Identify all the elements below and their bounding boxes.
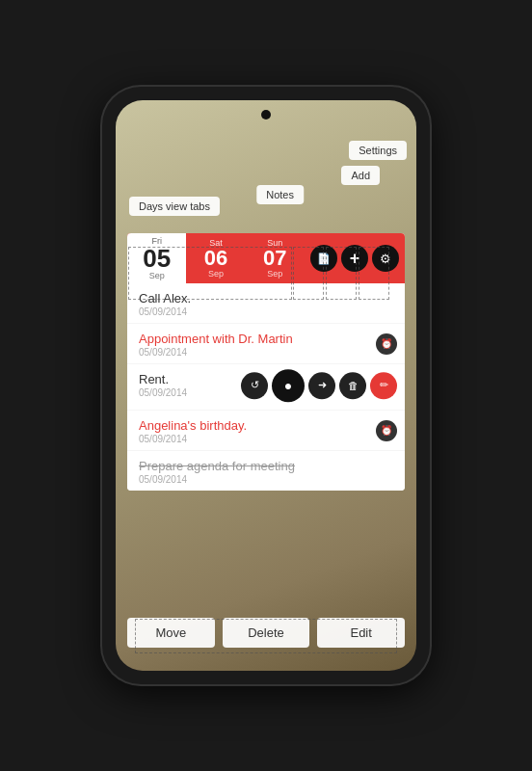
day-name-sat: Sat bbox=[209, 238, 223, 248]
repeat-icon[interactable]: ↺ bbox=[241, 372, 268, 399]
task-actions-4: ⏰ bbox=[376, 420, 397, 441]
day-tab-sat[interactable]: Sat 06 Sep bbox=[186, 233, 245, 283]
settings-icon-btn[interactable]: ⚙ bbox=[372, 245, 399, 272]
month-fri: Sep bbox=[149, 271, 165, 280]
calendar-card: Fri 05 Sep Sat 06 Sep Sun 07 Sep bbox=[127, 233, 405, 491]
tooltip-add-label: Add bbox=[351, 170, 370, 181]
task-actions-2: ⏰ bbox=[376, 333, 397, 355]
forward-icon[interactable]: ➜ bbox=[308, 372, 335, 399]
phone-topbar bbox=[116, 100, 416, 129]
task-title-4: Angelina's birthday. bbox=[139, 418, 370, 433]
header-icons: 📄 + ⚙ bbox=[305, 233, 405, 283]
tooltip-days-label: Days view tabs bbox=[139, 200, 210, 212]
task-action-row-3: ↺ ● ➜ 🗑 ✏ bbox=[241, 369, 397, 402]
edit-icon[interactable]: ✏ bbox=[370, 372, 397, 399]
task-title-1: Call Alex. bbox=[139, 291, 393, 306]
task-date-5: 05/09/2014 bbox=[139, 474, 393, 489]
day-num-sat: 06 bbox=[204, 248, 227, 269]
tooltip-add: Add bbox=[341, 166, 380, 185]
delete-icon[interactable]: 🗑 bbox=[339, 372, 366, 399]
tooltip-settings: Settings bbox=[349, 141, 407, 160]
delete-button[interactable]: Delete bbox=[223, 618, 310, 648]
screen-content: Settings Add Notes Days view tabs bbox=[116, 100, 416, 671]
day-num-sun: 07 bbox=[263, 248, 286, 269]
task-date-4: 05/09/2014 bbox=[139, 434, 370, 448]
move-button[interactable]: Move bbox=[127, 618, 215, 648]
month-sat: Sep bbox=[208, 269, 224, 279]
phone-screen: Settings Add Notes Days view tabs bbox=[116, 100, 416, 671]
day-tabs: Fri 05 Sep Sat 06 Sep Sun 07 Sep bbox=[127, 233, 405, 283]
task-title-2: Appointment with Dr. Martin bbox=[139, 332, 370, 346]
tooltip-settings-label: Settings bbox=[359, 145, 397, 156]
task-item-4[interactable]: Angelina's birthday. 05/09/2014 ⏰ bbox=[127, 411, 405, 451]
bottom-action-bar: Move Delete Edit bbox=[127, 618, 405, 648]
task-date-2: 05/09/2014 bbox=[139, 347, 370, 361]
day-name-fri: Fri bbox=[151, 236, 162, 246]
task-title-5: Prepare agenda for meeting bbox=[139, 459, 393, 473]
edit-button[interactable]: Edit bbox=[317, 618, 405, 648]
day-tab-fri[interactable]: Fri 05 Sep bbox=[127, 233, 186, 283]
day-tab-sun[interactable]: Sun 07 Sep bbox=[246, 233, 305, 283]
task-item-1[interactable]: Call Alex. 05/09/2014 bbox=[127, 283, 405, 324]
phone-frame: Settings Add Notes Days view tabs bbox=[102, 87, 430, 684]
front-camera bbox=[261, 110, 271, 120]
day-name-sun: Sun bbox=[267, 238, 282, 248]
task-item-3[interactable]: Rent. 05/09/2014 ↺ ● ➜ 🗑 ✏ bbox=[127, 364, 405, 411]
task-item-2[interactable]: Appointment with Dr. Martin 05/09/2014 ⏰ bbox=[127, 324, 405, 364]
add-icon-btn[interactable]: + bbox=[341, 245, 368, 272]
alarm-icon-2[interactable]: ⏰ bbox=[376, 333, 397, 355]
day-num-fri: 05 bbox=[143, 246, 171, 271]
circle-icon[interactable]: ● bbox=[272, 369, 305, 402]
month-sun: Sep bbox=[267, 269, 282, 279]
task-list: Call Alex. 05/09/2014 Appointment with D… bbox=[127, 283, 405, 491]
tooltip-notes-label: Notes bbox=[266, 189, 294, 200]
tooltip-notes: Notes bbox=[256, 185, 304, 204]
task-date-1: 05/09/2014 bbox=[139, 306, 393, 321]
task-item-5[interactable]: Prepare agenda for meeting 05/09/2014 bbox=[127, 451, 405, 491]
tooltip-days: Days view tabs bbox=[129, 197, 220, 216]
alarm-icon-4[interactable]: ⏰ bbox=[376, 420, 397, 441]
notes-icon-btn[interactable]: 📄 bbox=[310, 245, 337, 272]
